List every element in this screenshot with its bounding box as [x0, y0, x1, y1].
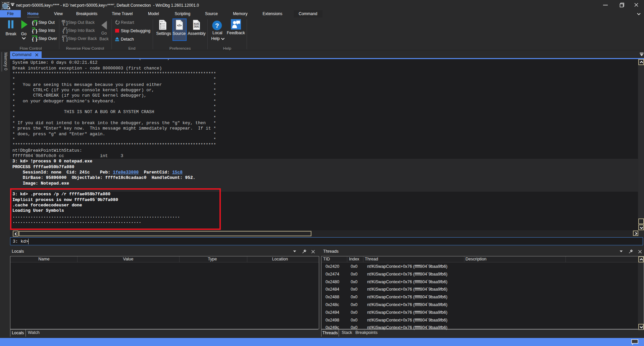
svg-text:}: }: [66, 37, 67, 42]
svg-text:}: }: [36, 29, 38, 34]
svg-text:{: {: [32, 20, 34, 25]
svg-text:I0101: I0101: [194, 25, 199, 28]
svg-text:?: ?: [215, 22, 219, 29]
svg-text:}: }: [66, 20, 67, 25]
svg-text:{: {: [32, 29, 34, 34]
svg-text:{: {: [32, 37, 34, 42]
svg-text:</>: </>: [177, 23, 182, 27]
svg-text:}: }: [66, 29, 67, 34]
